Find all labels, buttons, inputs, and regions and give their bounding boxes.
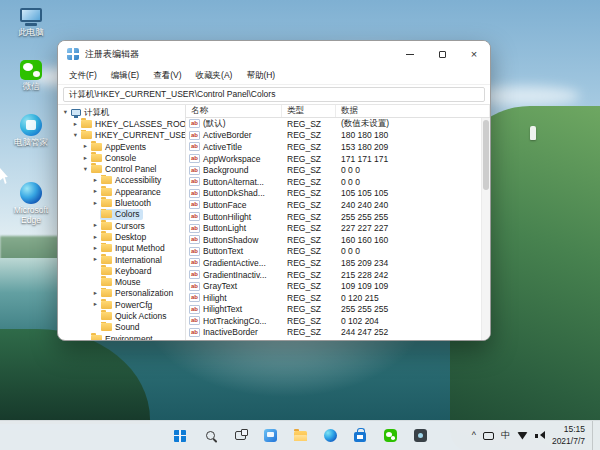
app-button[interactable]	[408, 424, 432, 448]
value-data-cell: 185 209 234	[336, 258, 490, 268]
display-icon[interactable]	[483, 432, 494, 440]
value-row-inactiveborder[interactable]: abInactiveBorderREG_SZ244 247 252	[186, 327, 490, 339]
task-view-button[interactable]	[228, 424, 252, 448]
start-button[interactable]	[168, 424, 192, 448]
value-type-cell: REG_SZ	[282, 177, 336, 187]
value-row-hilight[interactable]: abHilightREG_SZ0 120 215	[186, 292, 490, 304]
value-row-activetitle[interactable]: abActiveTitleREG_SZ153 180 209	[186, 141, 490, 153]
value-row-buttonshadow[interactable]: abButtonShadowREG_SZ160 160 160	[186, 234, 490, 246]
edge-button[interactable]	[318, 424, 342, 448]
file-explorer-button[interactable]	[288, 424, 312, 448]
expand-icon[interactable]: ▸	[91, 222, 100, 229]
expand-icon[interactable]: ▸	[81, 143, 90, 150]
value-row-buttonalternat[interactable]: abButtonAlternat...REG_SZ0 0 0	[186, 176, 490, 188]
list-scrollbar[interactable]	[481, 118, 490, 340]
column-header-1[interactable]: 名称	[186, 105, 282, 117]
collapse-icon[interactable]: ▾	[81, 166, 90, 173]
expand-icon[interactable]: ▸	[91, 256, 100, 263]
menu-item-2[interactable]: 编辑(E)	[104, 70, 146, 82]
column-header-3[interactable]: 数据	[336, 105, 490, 117]
title-bar[interactable]: 注册表编辑器 ×	[58, 41, 490, 67]
expand-icon[interactable]: ▸	[91, 200, 100, 207]
expand-icon[interactable]: ▸	[91, 301, 100, 308]
tree-item-control-panel[interactable]: ▾Control Panel	[58, 163, 185, 174]
tree-item-cursors[interactable]: ▸Cursors	[58, 220, 185, 231]
tree-item-desktop[interactable]: ▸Desktop	[58, 231, 185, 242]
tree-item-appearance[interactable]: ▸Appearance	[58, 186, 185, 197]
clock[interactable]: 15:15 2021/7/7	[552, 424, 585, 446]
tree-item-mouse[interactable]: Mouse	[58, 276, 185, 287]
desktop-icon-pc-manager[interactable]: 电脑管家	[5, 114, 57, 148]
tree-item-row-0[interactable]: ▾计算机	[58, 107, 185, 118]
tree-item-keyboard[interactable]: Keyboard	[58, 265, 185, 276]
reg-sz-icon: ab	[189, 328, 200, 337]
search-button[interactable]	[198, 424, 222, 448]
tree-item-bluetooth[interactable]: ▸Bluetooth	[58, 197, 185, 208]
collapse-icon[interactable]: ▾	[61, 109, 70, 116]
tree-item-accessibility[interactable]: ▸Accessibility	[58, 175, 185, 186]
widgets-button[interactable]	[258, 424, 282, 448]
desktop-icon-wechat[interactable]: 微信	[5, 60, 57, 92]
value-row-background[interactable]: abBackgroundREG_SZ0 0 0	[186, 164, 490, 176]
start-icon	[174, 430, 186, 442]
value-row-gradientinactiv[interactable]: abGradientInactiv...REG_SZ215 228 242	[186, 269, 490, 281]
tree-item-console[interactable]: ▸Console	[58, 152, 185, 163]
scrollbar-thumb[interactable]	[483, 120, 489, 190]
value-row-graytext[interactable]: abGrayTextREG_SZ109 109 109	[186, 280, 490, 292]
value-data-cell: 255 255 255	[336, 304, 490, 314]
desktop-icon-label: 微信	[23, 82, 40, 92]
store-button[interactable]	[348, 424, 372, 448]
value-row-buttonhilight[interactable]: abButtonHilightREG_SZ255 255 255	[186, 211, 490, 223]
desktop-icon-this-pc[interactable]: 此电脑	[5, 8, 57, 38]
menu-item-5[interactable]: 帮助(H)	[239, 70, 282, 82]
collapse-icon[interactable]: ▾	[71, 132, 80, 139]
expand-icon[interactable]: ▸	[91, 188, 100, 195]
value-row-appworkspace[interactable]: abAppWorkspaceREG_SZ171 171 171	[186, 153, 490, 165]
address-bar-input[interactable]: 计算机\HKEY_CURRENT_USER\Control Panel\Colo…	[63, 87, 485, 102]
expand-icon[interactable]: ▸	[71, 121, 80, 128]
tree-item-environment[interactable]: Environment	[58, 333, 185, 340]
minimize-button[interactable]	[394, 41, 426, 67]
ime-indicator[interactable]: 中	[501, 429, 510, 442]
close-button[interactable]: ×	[458, 41, 490, 67]
volume-icon[interactable]	[535, 431, 545, 440]
show-desktop-button[interactable]	[592, 421, 595, 450]
expand-icon[interactable]: ▸	[91, 177, 100, 184]
value-row-buttondkshad[interactable]: abButtonDkShad...REG_SZ105 105 105	[186, 188, 490, 200]
value-row-row-0[interactable]: ab(默认)REG_SZ(数值未设置)	[186, 118, 490, 130]
menu-item-3[interactable]: 查看(V)	[146, 70, 188, 82]
expand-icon[interactable]: ▸	[91, 234, 100, 241]
value-row-activeborder[interactable]: abActiveBorderREG_SZ180 180 180	[186, 130, 490, 142]
tree-item-hkey-classes-root[interactable]: ▸HKEY_CLASSES_ROOT	[58, 118, 185, 129]
value-row-hottrackingco[interactable]: abHotTrackingCo...REG_SZ0 102 204	[186, 315, 490, 327]
value-row-buttonface[interactable]: abButtonFaceREG_SZ240 240 240	[186, 199, 490, 211]
tree-item-hkey-current-user[interactable]: ▾HKEY_CURRENT_USER	[58, 130, 185, 141]
expand-icon[interactable]: ▸	[91, 245, 100, 252]
maximize-icon	[439, 51, 446, 58]
expand-icon[interactable]: ▸	[91, 290, 100, 297]
network-icon[interactable]	[517, 432, 528, 440]
menu-item-4[interactable]: 收藏夹(A)	[189, 70, 240, 82]
value-name-cell: ab(默认)	[186, 118, 282, 130]
column-header-2[interactable]: 类型	[282, 105, 336, 117]
tree-item-quick-actions[interactable]: Quick Actions	[58, 310, 185, 321]
tree-item-sound[interactable]: Sound	[58, 322, 185, 333]
tree-item-appevents[interactable]: ▸AppEvents	[58, 141, 185, 152]
menu-item-1[interactable]: 文件(F)	[62, 70, 104, 82]
tree-item-personalization[interactable]: ▸Personalization	[58, 288, 185, 299]
value-name-cell: abButtonDkShad...	[186, 188, 282, 198]
maximize-button[interactable]	[426, 41, 458, 67]
value-row-buttonlight[interactable]: abButtonLightREG_SZ227 227 227	[186, 222, 490, 234]
wechat-button[interactable]	[378, 424, 402, 448]
value-row-buttontext[interactable]: abButtonTextREG_SZ0 0 0	[186, 246, 490, 258]
tree-item-input-method[interactable]: ▸Input Method	[58, 243, 185, 254]
value-row-hilighttext[interactable]: abHilightTextREG_SZ255 255 255	[186, 304, 490, 316]
tree-item-powercfg[interactable]: ▸PowerCfg	[58, 299, 185, 310]
value-row-gradientactive[interactable]: abGradientActive...REG_SZ185 209 234	[186, 257, 490, 269]
tray-expand-chevron-icon[interactable]: ^	[472, 431, 476, 440]
desktop-icon-edge[interactable]: Microsoft Edge	[5, 182, 57, 226]
reg-sz-icon: ab	[189, 316, 200, 325]
expand-icon[interactable]: ▸	[81, 155, 90, 162]
tree-item-colors[interactable]: Colors	[58, 209, 185, 220]
tree-item-international[interactable]: ▸International	[58, 254, 185, 265]
